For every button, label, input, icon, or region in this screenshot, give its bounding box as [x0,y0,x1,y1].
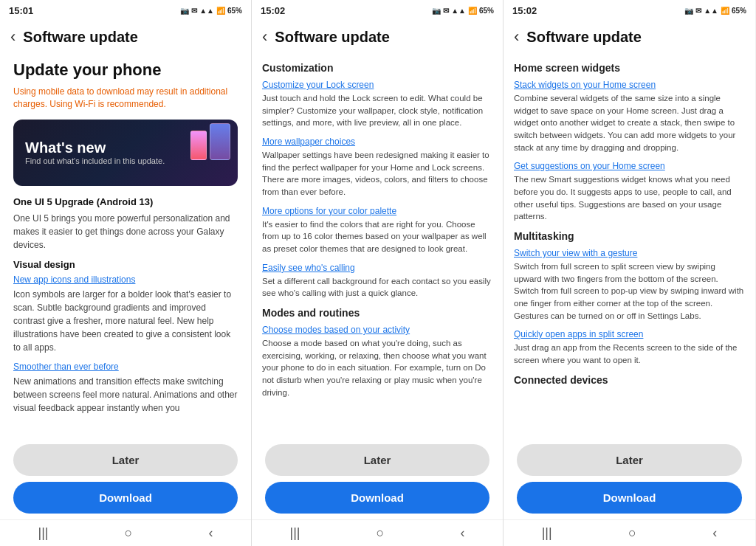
section-heading-multitasking: Multitasking [514,230,745,242]
nav-home-1[interactable]: ○ [125,525,133,541]
camera-icon-2: 📷 [432,7,441,15]
body-lock-screen: Just touch and hold the Lock screen to e… [262,92,492,129]
body-wallpaper: Wallpaper settings have been redesigned … [262,149,492,198]
nav-bar-2: ||| ○ ‹ [252,519,503,546]
mail-icon: ✉ [191,7,197,15]
content-scroll-3: Home screen widgets Stack widgets on you… [504,53,755,437]
status-bar-3: 15:02 📷 ✉ ▲▲ 📶 65% [504,0,755,21]
body-color-palette: It's easier to find the colors that are … [262,218,492,255]
warning-text-1: Using mobile data to download may result… [13,86,238,111]
body-calling: Set a different call background for each… [262,275,492,300]
wifi-icon-3: ▲▲ [704,7,718,15]
camera-icon-3: 📷 [684,7,693,15]
link-stack-widgets[interactable]: Stack widgets on your Home screen [514,80,745,90]
status-icons-1: 📷 ✉ ▲▲ 📶 65% [180,7,242,15]
section-label-visual: Visual design [13,259,238,270]
status-bar-1: 15:01 📷 ✉ ▲▲ 📶 65% [0,0,251,21]
section-body-icons: Icon symbols are larger for a bolder loo… [13,288,238,354]
mail-icon-3: ✉ [695,7,701,15]
bottom-buttons-1: Later Download [0,437,251,519]
whats-new-card-1: What's new Find out what's included in t… [13,120,238,186]
nav-back-3[interactable]: ‹ [712,525,717,541]
nav-back-1[interactable]: ‹ [208,525,213,541]
section-heading-customization: Customization [262,62,492,74]
section-heading-widgets: Home screen widgets [514,62,745,74]
panel-1: 15:01 📷 ✉ ▲▲ 📶 65% ‹ Software update Upd… [0,0,252,546]
whats-new-sub-1: Find out what's included in this update. [25,156,226,165]
top-bar-3: ‹ Software update [504,21,755,53]
nav-recents-2[interactable]: ||| [290,525,300,541]
link-gesture[interactable]: Switch your view with a gesture [514,248,745,258]
body-stack-widgets: Combine several widgets of the same size… [514,92,745,153]
page-title-2: Software update [275,29,390,46]
link-lock-screen[interactable]: Customize your Lock screen [262,80,492,90]
section-body-android: One UI 5 brings you more powerful person… [13,212,238,252]
section-label-android: One UI 5 Upgrade (Android 13) [13,196,238,207]
time-3: 15:02 [512,5,537,16]
later-button-1[interactable]: Later [13,444,238,476]
signal-icon: 📶 [216,7,225,15]
status-icons-2: 📷 ✉ ▲▲ 📶 65% [432,7,494,15]
download-button-3[interactable]: Download [517,482,742,514]
download-button-2[interactable]: Download [265,482,489,514]
battery-label-3: 65% [732,7,746,15]
link-smoother[interactable]: Smoother than ever before [13,362,238,372]
signal-icon-3: 📶 [721,7,729,15]
mail-icon-2: ✉ [443,7,449,15]
time-2: 15:02 [261,5,285,16]
camera-icon: 📷 [180,7,189,15]
nav-bar-3: ||| ○ ‹ [504,519,755,546]
nav-recents-1[interactable]: ||| [38,525,49,541]
body-gesture: Switch from full screen to split screen … [514,260,745,322]
section-body-smoother: New animations and transition effects ma… [13,375,238,415]
section-heading-connected: Connected devices [514,374,745,386]
section-heading-modes: Modes and routines [262,307,492,319]
nav-home-2[interactable]: ○ [377,525,385,541]
signal-icon-2: 📶 [468,7,477,15]
body-split-screen: Just drag an app from the Recents screen… [514,342,745,366]
back-button-1[interactable]: ‹ [10,27,16,46]
wifi-icon: ▲▲ [199,7,214,15]
link-calling[interactable]: Easily see who's calling [262,263,492,273]
body-suggestions: The new Smart suggestions widget knows w… [514,173,745,223]
link-icons[interactable]: New app icons and illustrations [13,274,238,285]
top-bar-2: ‹ Software update [252,21,503,53]
battery-label-2: 65% [479,7,494,15]
status-bar-2: 15:02 📷 ✉ ▲▲ 📶 65% [252,0,503,21]
link-suggestions[interactable]: Get suggestions on your Home screen [514,161,745,171]
whats-new-title-1: What's new [25,139,226,156]
link-color-palette[interactable]: More options for your color palette [262,206,492,216]
update-heading-1: Update your phone [13,61,238,80]
body-modes: Choose a mode based on what you're doing… [262,337,492,398]
content-scroll-2: Customization Customize your Lock screen… [252,53,503,437]
page-title-3: Software update [526,29,642,46]
nav-back-2[interactable]: ‹ [460,525,464,541]
bottom-buttons-2: Later Download [252,437,503,519]
time-1: 15:01 [9,5,33,16]
battery-label: 65% [227,7,242,15]
nav-recents-3[interactable]: ||| [542,525,552,541]
status-icons-3: 📷 ✉ ▲▲ 📶 65% [684,7,746,15]
link-wallpaper[interactable]: More wallpaper choices [262,136,492,147]
page-title-1: Software update [23,29,138,46]
back-button-3[interactable]: ‹ [514,27,519,46]
nav-bar-1: ||| ○ ‹ [0,519,251,546]
panel-3: 15:02 📷 ✉ ▲▲ 📶 65% ‹ Software update Hom… [504,0,755,546]
top-bar-1: ‹ Software update [0,21,251,53]
content-area-1: Update your phone Using mobile data to d… [0,53,251,437]
nav-home-3[interactable]: ○ [628,525,636,541]
download-button-1[interactable]: Download [13,482,238,514]
later-button-3[interactable]: Later [517,444,742,476]
later-button-2[interactable]: Later [265,444,489,476]
back-button-2[interactable]: ‹ [262,27,267,46]
panel-2: 15:02 📷 ✉ ▲▲ 📶 65% ‹ Software update Cus… [252,0,504,546]
link-split-screen[interactable]: Quickly open apps in split screen [514,329,745,339]
wifi-icon-2: ▲▲ [451,7,466,15]
bottom-buttons-3: Later Download [504,437,755,519]
link-modes[interactable]: Choose modes based on your activity [262,325,492,335]
